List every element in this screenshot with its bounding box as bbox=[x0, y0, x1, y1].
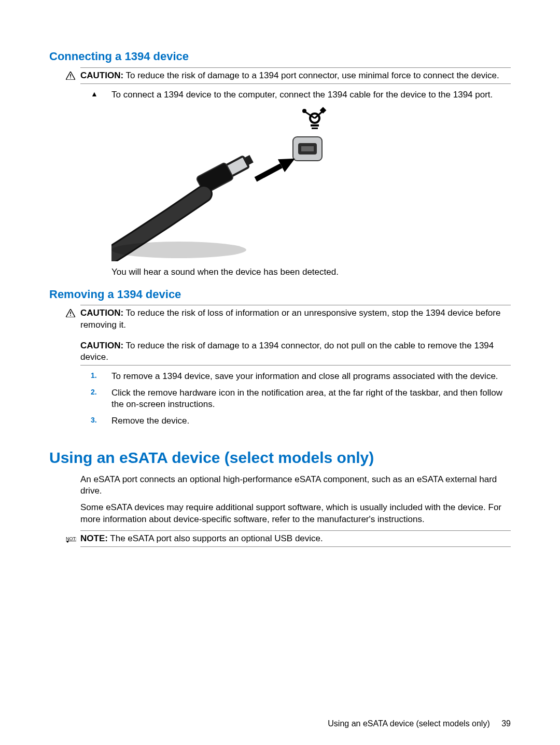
connecting-content: CAUTION: To reduce the risk of damage to… bbox=[80, 67, 511, 278]
heading-esata: Using an eSATA device (select models onl… bbox=[49, 447, 511, 468]
svg-rect-7 bbox=[311, 124, 319, 126]
caution-box-removing-2: CAUTION: To reduce the risk of damage to… bbox=[80, 338, 511, 366]
footer-text: Using an eSATA device (select models onl… bbox=[328, 719, 489, 728]
step-marker-triangle: ▲ bbox=[91, 89, 111, 99]
esata-p1: An eSATA port connects an optional high-… bbox=[80, 474, 511, 497]
svg-point-18 bbox=[111, 242, 246, 258]
caution-label: CAUTION: bbox=[80, 308, 123, 318]
step-text: To remove a 1394 device, save your infor… bbox=[111, 371, 511, 382]
step-number: 3. bbox=[91, 415, 111, 425]
note-box-esata: NOTE NOTE: The eSATA port also supports … bbox=[80, 530, 511, 547]
caution-text: To reduce the risk of loss of informatio… bbox=[80, 308, 500, 329]
caution-text: To reduce the risk of damage to a 1394 c… bbox=[80, 341, 494, 362]
svg-rect-19 bbox=[70, 312, 71, 314]
figure-1394-cable bbox=[111, 106, 511, 261]
heading-removing: Removing a 1394 device bbox=[49, 287, 511, 302]
svg-rect-0 bbox=[70, 74, 71, 77]
step-body: To connect a 1394 device to the computer… bbox=[111, 89, 511, 101]
esata-content: An eSATA port connects an optional high-… bbox=[80, 474, 511, 546]
step-number: 2. bbox=[91, 387, 111, 397]
step-connect: ▲ To connect a 1394 device to the comput… bbox=[91, 89, 511, 101]
caution-label: CAUTION: bbox=[80, 341, 123, 350]
list-item: 3.Remove the device. bbox=[91, 415, 511, 427]
removing-steps: 1.To remove a 1394 device, save your inf… bbox=[80, 371, 511, 427]
note-icon: NOTE bbox=[66, 533, 77, 544]
document-page: Connecting a 1394 device CAUTION: To red… bbox=[0, 0, 560, 745]
svg-rect-8 bbox=[312, 128, 318, 129]
note-label: NOTE: bbox=[80, 533, 108, 543]
post-figure-text: You will hear a sound when the device ha… bbox=[111, 266, 511, 278]
caution-icon bbox=[66, 307, 77, 319]
step-text: Remove the device. bbox=[111, 415, 511, 427]
caution-box-removing-1: CAUTION: To reduce the risk of loss of i… bbox=[80, 305, 511, 332]
step-text: Click the remove hardware icon in the no… bbox=[111, 387, 511, 410]
svg-rect-12 bbox=[255, 163, 283, 181]
page-number: 39 bbox=[501, 719, 511, 728]
removing-content: CAUTION: To reduce the risk of loss of i… bbox=[80, 305, 511, 427]
svg-rect-20 bbox=[70, 315, 71, 316]
list-item: 2.Click the remove hardware icon in the … bbox=[91, 387, 511, 410]
note-text: The eSATA port also supports an optional… bbox=[110, 533, 323, 543]
svg-text:NOTE: NOTE bbox=[66, 536, 76, 541]
caution-box-connecting: CAUTION: To reduce the risk of damage to… bbox=[80, 67, 511, 84]
caution-icon bbox=[66, 70, 77, 81]
heading-connecting: Connecting a 1394 device bbox=[49, 49, 511, 64]
page-footer: Using an eSATA device (select models onl… bbox=[328, 719, 511, 729]
svg-rect-11 bbox=[301, 146, 314, 151]
caution-text: To reduce the risk of damage to a 1394 p… bbox=[126, 71, 499, 80]
esata-p2: Some eSATA devices may require additiona… bbox=[80, 502, 511, 525]
list-item: 1.To remove a 1394 device, save your inf… bbox=[91, 371, 511, 382]
step-number: 1. bbox=[91, 371, 111, 380]
svg-rect-1 bbox=[70, 77, 71, 78]
caution-label: CAUTION: bbox=[80, 71, 123, 80]
